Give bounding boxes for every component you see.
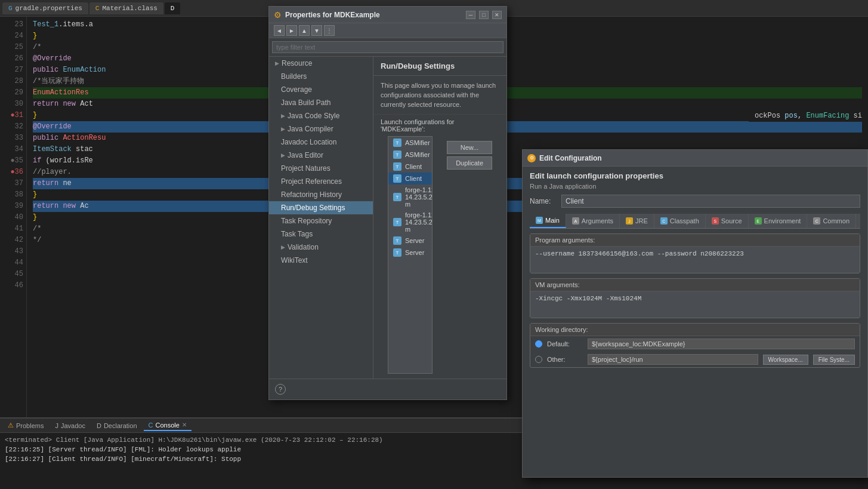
properties-title: Properties for MDKExample [285,11,462,19]
nav-project-natures[interactable]: Project Natures [269,162,373,175]
nav-task-repository[interactable]: Task Repository [269,214,373,227]
nav-java-code-style[interactable]: ▶ Java Code Style [269,109,373,122]
config-icon-6: T [393,218,401,226]
nav-builders[interactable]: Builders [269,70,373,83]
problems-icon: ⚠ [8,422,14,429]
prog-args-value: --username 18373466156@163.com --passwor… [535,249,855,259]
new-button[interactable]: New... [447,141,492,154]
nav-task-tags[interactable]: Task Tags [269,227,373,241]
prog-args-label: Program arguments: [530,234,860,247]
other-radio[interactable] [535,356,542,363]
minimize-button[interactable]: ─ [466,11,475,19]
nav-run-debug-settings[interactable]: Run/Debug Settings [269,201,373,214]
other-row: Other: Workspace... File Syste... [530,352,860,367]
nav-project-references[interactable]: Project References [269,175,373,188]
console-icon: C [149,422,153,429]
config-forge-1[interactable]: T forge-1.12.2-14.23.5.2847-m [388,184,432,210]
tab-environment[interactable]: E Environment [749,214,808,228]
properties-title-icon: ⚙ [274,10,282,20]
javadoc-icon: J [55,422,58,429]
help-button[interactable]: ? [275,384,286,395]
other-label: Other: [547,356,583,363]
more-button[interactable]: ⋮ [324,25,335,36]
name-input[interactable] [561,195,860,208]
tab-d[interactable]: D [165,2,181,14]
nav-coverage[interactable]: Coverage [269,83,373,96]
dropdown-button[interactable]: ▼ [311,25,322,36]
tab-arguments[interactable]: A Arguments [566,214,620,228]
edit-titlebar: ⚙ Edit Configuration [523,150,867,167]
config-icon-8: T [393,248,401,257]
workspace-button[interactable]: Workspace... [763,355,808,365]
filter-area [269,38,506,57]
cp-tab-icon: C [660,217,668,224]
up-button[interactable]: ▲ [299,25,310,36]
tab-source[interactable]: S Source [706,214,749,228]
config-client-1[interactable]: T Client [388,161,432,173]
name-row: Name: [530,195,860,208]
nav-refactoring-history[interactable]: Refactoring History [269,188,373,201]
config-server-1[interactable]: T Server [388,235,432,247]
default-label: Default: [547,340,583,347]
config-forge-2[interactable]: T forge-1.12.2-14.23.5.2847-m [388,210,432,235]
default-row: Default: [530,336,860,352]
forward-button[interactable]: ► [286,25,297,36]
nav-tree: ▶ Resource Builders Coverage Java Build … [269,57,373,379]
config-asmifier-1[interactable]: T ASMifier [388,137,432,149]
declaration-icon: D [97,422,101,429]
line-numbers: 23242526 27282930 ●31323334 ●35●363738 3… [0,17,27,417]
material-icon: C [95,5,100,12]
nav-validation[interactable]: ▶ Validation [269,241,373,254]
close-console-icon[interactable]: ✕ [182,422,187,428]
tab-declaration[interactable]: D Declaration [92,421,142,430]
nav-java-build-path[interactable]: Java Build Path [269,96,373,109]
vm-args-label: VM arguments: [530,279,860,291]
config-asmifier-2[interactable]: T ASMifier [388,149,432,161]
tab-javadoc[interactable]: J Javadoc [50,421,89,430]
edit-tabs-bar: M Main A Arguments J JRE C Classpath S S… [530,214,860,229]
edit-title-icon: ⚙ [527,154,536,162]
tab-gradle[interactable]: G gradle.properties [2,2,88,14]
config-server-2[interactable]: T Server [388,247,432,259]
back-button[interactable]: ◄ [274,25,285,36]
default-value-input[interactable] [588,339,855,349]
other-value-input[interactable] [588,354,758,365]
config-list: T ASMifier T ASMifier T Client T Client [388,136,433,374]
config-icon-7: T [393,236,401,245]
filter-input[interactable] [272,41,503,53]
config-client-2[interactable]: T Client [388,173,432,184]
tab-jre[interactable]: J JRE [620,214,654,228]
file-system-button[interactable]: File Syste... [813,355,855,365]
right-panel: Run/Debug Settings This page allows you … [373,57,506,379]
nav-resource[interactable]: ▶ Resource [269,57,373,70]
tab-material[interactable]: C Material.class [89,2,163,14]
edit-config-dialog: ⚙ Edit Configuration Edit launch configu… [522,149,868,478]
tab-problems[interactable]: ⚠ Problems [3,420,48,430]
main-tab-icon: M [536,217,543,224]
nav-javadoc-location[interactable]: Javadoc Location [269,136,373,149]
dialog-body: ▶ Resource Builders Coverage Java Build … [269,57,506,379]
default-radio[interactable] [535,340,542,347]
tab-common[interactable]: C Common [807,214,856,228]
config-icon-2: T [393,150,401,159]
resource-arrow: ▶ [275,60,279,66]
vm-args-content: -Xincgc -Xmx1024M -Xms1024M [530,291,860,318]
duplicate-button[interactable]: Duplicate [447,156,492,170]
edit-subtitle: Run a Java application [530,183,860,190]
nav-java-compiler[interactable]: ▶ Java Compiler [269,122,373,136]
tab-classpath[interactable]: C Classpath [654,214,706,228]
nav-wikitext[interactable]: WikiText [269,254,373,267]
editor-arrow: ▶ [281,152,285,158]
tab-main[interactable]: M Main [530,214,566,228]
tab-console[interactable]: C Console ✕ [144,420,191,431]
config-icon-4: T [393,174,401,183]
panel-description: This page allows you to manage launch co… [373,76,506,115]
nav-java-editor[interactable]: ▶ Java Editor [269,149,373,162]
cmn-tab-icon: C [813,217,820,224]
prog-args-content: --username 18373466156@163.com --passwor… [530,247,860,273]
jre-tab-icon: J [626,217,633,224]
close-button[interactable]: ✕ [492,11,502,19]
edit-body: Edit launch configuration properties Run… [523,167,867,477]
maximize-button[interactable]: □ [479,11,489,19]
args-tab-icon: A [572,217,579,224]
